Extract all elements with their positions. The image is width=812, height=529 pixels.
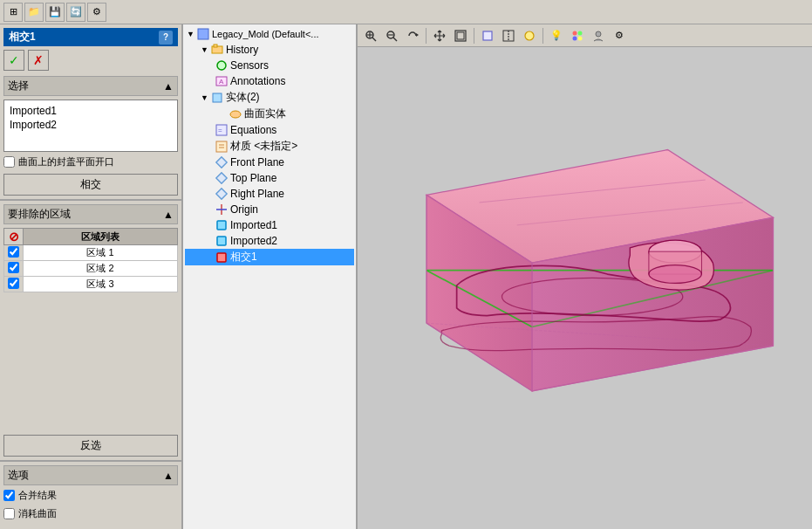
svg-point-42	[596, 31, 601, 37]
sensors-label: Sensors	[230, 59, 269, 72]
solid-icon	[210, 91, 224, 105]
mold-visualization	[366, 51, 803, 520]
regions-delete-header: ⊘	[4, 229, 24, 245]
history-label: History	[226, 44, 258, 56]
svg-rect-33	[457, 32, 464, 39]
user-icon[interactable]	[589, 27, 608, 45]
svg-marker-18	[216, 189, 227, 199]
view-front-button[interactable]	[478, 27, 497, 45]
exclude-panel: 要排除的区域 ▲ ⊘ 区域列表 区域 1	[0, 201, 181, 462]
svg-rect-21	[217, 221, 226, 230]
tree-item-surface[interactable]: 曲面实体	[185, 106, 354, 122]
tree-root-label: Legacy_Mold (Default<...	[212, 29, 319, 39]
tree-item-solid[interactable]: ▼ 实体(2)	[185, 89, 354, 106]
save-button[interactable]: 💾	[45, 3, 65, 22]
selection-list[interactable]: Imported1 Imported2	[3, 100, 178, 152]
options-panel: 选项 ▲ 合并结果 消耗曲面	[0, 462, 181, 529]
selected-item-2: Imported2	[8, 118, 174, 132]
section-view-button[interactable]	[499, 27, 518, 45]
tree-item-sensors[interactable]: Sensors	[185, 58, 354, 73]
settings-view-button[interactable]: ⚙	[610, 27, 629, 45]
options-section-header[interactable]: 选项 ▲	[3, 465, 178, 485]
svg-rect-22	[217, 237, 226, 245]
tree-item-top-plane[interactable]: Top Plane	[185, 170, 354, 186]
tree-item-material[interactable]: 材质 <未指定>	[185, 138, 354, 155]
delete-all-icon[interactable]: ⊘	[9, 230, 19, 244]
tree-item-origin[interactable]: Origin	[185, 202, 354, 217]
intersect-panel: 相交1 ? ✓ ✗ 选择 ▲ Imported1 Imported2 曲面上的封…	[0, 24, 181, 201]
main-toolbar[interactable]: ⊞ 📁 💾 🔄 ⚙	[0, 0, 812, 24]
tree-item-intersect1[interactable]: 相交1	[185, 249, 354, 265]
svg-rect-10	[216, 141, 227, 152]
rotate-button[interactable]	[403, 27, 422, 45]
exclude-section-header[interactable]: 要排除的区域 ▲	[3, 204, 178, 224]
render-button[interactable]	[520, 27, 539, 45]
intersect1-icon	[215, 251, 229, 264]
collapse-options-icon: ▲	[163, 470, 174, 482]
region3-checkbox[interactable]	[8, 278, 19, 289]
zoom-in-button[interactable]	[361, 27, 380, 45]
cap-planes-row: 曲面上的封盖平面开口	[3, 155, 178, 168]
select-section-header[interactable]: 选择 ▲	[3, 76, 178, 96]
tree-item-history[interactable]: ▼ History	[185, 42, 354, 58]
origin-label: Origin	[230, 203, 258, 216]
zoom-out-button[interactable]	[382, 27, 401, 45]
exclude-section-label: 要排除的区域	[8, 207, 71, 222]
tree-root[interactable]: ▼ Legacy_Mold (Default<...	[185, 26, 354, 42]
table-row: 区域 1	[4, 245, 178, 261]
help-button[interactable]: ?	[159, 31, 173, 45]
tree-item-right-plane[interactable]: Right Plane	[185, 186, 354, 202]
ok-button[interactable]: ✓	[3, 50, 24, 71]
new-button[interactable]: ⊞	[3, 3, 23, 22]
history-expand-icon: ▼	[201, 45, 208, 54]
svg-marker-14	[216, 157, 227, 168]
tree-item-equations[interactable]: = Equations	[185, 122, 354, 138]
table-row: 区域 2	[4, 261, 178, 277]
reverse-select-button[interactable]: 反选	[3, 435, 178, 457]
cancel-button[interactable]: ✗	[28, 50, 49, 71]
regions-table: ⊘ 区域列表 区域 1 区域 2	[3, 228, 178, 292]
confirm-cancel-row: ✓ ✗	[3, 50, 178, 71]
tree-item-front-plane[interactable]: Front Plane	[185, 155, 354, 170]
equations-icon: =	[215, 123, 229, 137]
material-icon	[215, 140, 229, 154]
lights-button[interactable]: 💡	[547, 27, 566, 45]
consume-surface-checkbox[interactable]	[3, 508, 15, 519]
region1-check-cell	[4, 245, 24, 261]
consume-surface-label: 消耗曲面	[18, 507, 57, 520]
main-area: 相交1 ? ✓ ✗ 选择 ▲ Imported1 Imported2 曲面上的封…	[0, 24, 812, 529]
region2-checkbox[interactable]	[8, 262, 19, 273]
annotations-label: Annotations	[230, 75, 285, 87]
rebuild-button[interactable]: 🔄	[66, 3, 85, 22]
origin-icon	[215, 203, 229, 216]
svg-point-37	[525, 31, 534, 40]
imported1-label: Imported1	[230, 219, 277, 231]
open-button[interactable]: 📁	[24, 3, 44, 22]
viewport-toolbar: 💡 ⚙	[358, 24, 812, 47]
viewport[interactable]: 💡 ⚙	[358, 24, 812, 529]
svg-marker-31	[416, 33, 419, 37]
intersect-button[interactable]: 相交	[3, 174, 178, 196]
tree-item-imported1[interactable]: Imported1	[185, 217, 354, 233]
region1-checkbox[interactable]	[8, 246, 19, 258]
tree-item-annotations[interactable]: A Annotations	[185, 73, 354, 89]
left-panel: 相交1 ? ✓ ✗ 选择 ▲ Imported1 Imported2 曲面上的封…	[0, 24, 183, 529]
pan-button[interactable]	[430, 27, 449, 45]
merge-results-checkbox[interactable]	[3, 490, 15, 501]
region1-label: 区域 1	[24, 245, 178, 261]
collapse-exclude-icon: ▲	[163, 209, 174, 221]
3d-viewport-content[interactable]	[366, 51, 803, 520]
surface-label: 曲面实体	[244, 106, 286, 121]
svg-rect-2	[214, 45, 217, 47]
svg-point-40	[573, 36, 577, 40]
cap-planes-checkbox[interactable]	[3, 156, 15, 168]
appearance-button[interactable]	[568, 27, 587, 45]
zoom-fit-button[interactable]	[451, 27, 470, 45]
tree-item-imported2[interactable]: Imported2	[185, 233, 354, 249]
imported2-label: Imported2	[230, 235, 277, 247]
options-button[interactable]: ⚙	[87, 3, 106, 22]
svg-point-3	[217, 61, 226, 70]
region2-check-cell	[4, 261, 24, 277]
intersect-title-bar: 相交1 ?	[3, 28, 178, 46]
region2-label: 区域 2	[24, 261, 178, 277]
